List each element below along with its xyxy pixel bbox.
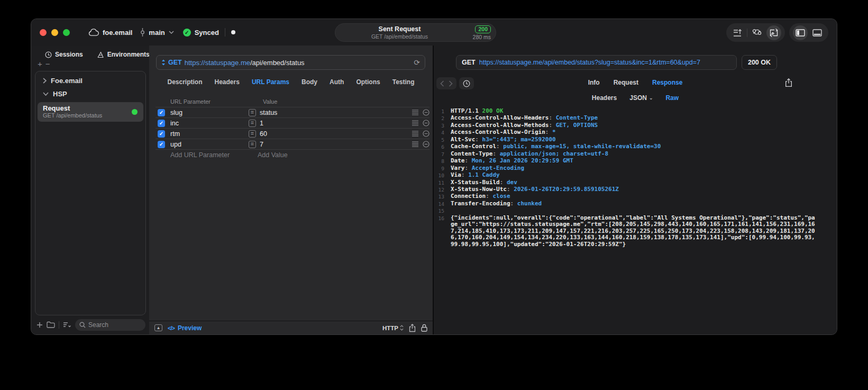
- remove-row-icon[interactable]: [423, 120, 430, 126]
- tab-testing[interactable]: Testing: [392, 78, 415, 86]
- share-icon[interactable]: [409, 324, 416, 332]
- param-value[interactable]: 1: [260, 120, 408, 127]
- tab-url-params[interactable]: URL Params: [252, 78, 289, 86]
- request-method[interactable]: GET: [168, 59, 182, 66]
- request-status-dot: [132, 109, 138, 115]
- param-value[interactable]: status: [260, 109, 408, 116]
- zoom-window-button[interactable]: [63, 29, 70, 36]
- protocol-selector[interactable]: HTTP: [382, 325, 404, 331]
- param-name[interactable]: inc: [170, 120, 249, 127]
- search-field[interactable]: [75, 319, 145, 331]
- import-export-button[interactable]: [766, 25, 781, 40]
- tab-sessions[interactable]: Sessions: [45, 51, 83, 58]
- expand-panel-icon[interactable]: ▲: [154, 324, 162, 331]
- tab-request[interactable]: Request: [614, 79, 638, 86]
- header-line: 5Alt-Svc: h3=":443"; ma=2592000: [434, 137, 837, 143]
- param-name[interactable]: slug: [170, 109, 249, 116]
- add-param-row[interactable]: Add URL Parameter Add Value: [156, 149, 430, 160]
- tab-headers[interactable]: Headers: [215, 78, 240, 86]
- url-host: https://statuspage.me: [185, 59, 250, 67]
- tab-body[interactable]: Body: [301, 78, 317, 86]
- tree-item-label: HSP: [53, 90, 67, 98]
- header-value: GET, OPTIONS: [556, 122, 598, 129]
- subtab-raw[interactable]: Raw: [665, 94, 679, 102]
- checkbox-slug[interactable]: ✓: [158, 109, 165, 116]
- new-folder-icon[interactable]: [47, 321, 55, 328]
- remove-row-icon[interactable]: [423, 109, 430, 116]
- json-body-line: 16{"incidents":null,"overall":{"code":"o…: [434, 215, 837, 248]
- tab-options[interactable]: Options: [356, 78, 380, 86]
- export-button[interactable]: [785, 78, 792, 87]
- close-window-button[interactable]: [40, 29, 47, 36]
- workspace-name[interactable]: foe.email: [103, 29, 132, 37]
- tree-item-foe-email[interactable]: Foe.email: [35, 71, 145, 85]
- forward-icon[interactable]: [449, 80, 453, 87]
- subtab-json[interactable]: JSON⌄: [629, 94, 653, 102]
- chevron-right-icon: [43, 78, 47, 84]
- resend-icon[interactable]: ⟳: [414, 58, 420, 67]
- header-line-text: Access-Control-Allow-Origin: *: [451, 129, 556, 136]
- header-colon: :: [465, 165, 472, 171]
- header-key: Content-Type: [451, 150, 492, 157]
- subtab-headers[interactable]: Headers: [592, 94, 617, 102]
- request-url[interactable]: https://statuspage.me/api/embed/status: [185, 59, 412, 67]
- request-list-item[interactable]: Request GET /api/embed/status: [38, 102, 143, 122]
- param-row-upd[interactable]: ✓upd=7: [156, 139, 430, 149]
- remove-row-icon[interactable]: [423, 130, 430, 137]
- drag-handle-icon[interactable]: [412, 120, 418, 126]
- minimize-window-button[interactable]: [51, 29, 58, 36]
- compare-button[interactable]: [750, 25, 764, 40]
- param-value[interactable]: 60: [260, 130, 408, 138]
- column-url-parameter: URL Parameter: [170, 98, 254, 105]
- preview-button[interactable]: </> Preview: [168, 324, 202, 332]
- drag-handle-icon[interactable]: [412, 141, 418, 147]
- sort-filter-icon[interactable]: [63, 322, 71, 328]
- drag-handle-icon[interactable]: [412, 110, 418, 115]
- param-name[interactable]: upd: [170, 141, 249, 148]
- param-row-inc[interactable]: ✓inc=1: [156, 117, 430, 128]
- status-dot-icon: [231, 30, 235, 34]
- drag-handle-icon[interactable]: [412, 131, 418, 137]
- branch-name[interactable]: main: [149, 29, 165, 37]
- history-nav-group: [436, 77, 456, 89]
- response-url-bar[interactable]: GET https://statuspage.me/api/embed/stat…: [456, 55, 737, 70]
- tree-item-hsp[interactable]: HSP: [35, 85, 145, 98]
- request-editor-footer: ▲ </> Preview HTTP: [149, 321, 433, 334]
- param-row-rtm[interactable]: ✓rtm=60: [156, 128, 430, 139]
- panel-left-icon: [796, 29, 805, 37]
- checkbox-rtm[interactable]: ✓: [158, 130, 165, 138]
- sync-status[interactable]: Synced: [195, 29, 219, 37]
- toggle-sidebar-button[interactable]: [793, 25, 808, 40]
- add-session-button[interactable]: +: [38, 59, 45, 68]
- checkbox-inc[interactable]: ✓: [158, 120, 165, 127]
- tab-info[interactable]: Info: [588, 79, 600, 86]
- add-param-placeholder[interactable]: Add URL Parameter: [170, 151, 258, 159]
- tab-auth[interactable]: Auth: [330, 78, 344, 86]
- request-status-capsule[interactable]: Sent Request GET /api/embed/status 200 2…: [335, 23, 496, 42]
- request-order-button[interactable]: [730, 25, 745, 40]
- search-input[interactable]: [88, 321, 141, 329]
- header-line: 3Access-Control-Allow-Methods: GET, OPTI…: [434, 122, 837, 129]
- chevron-down-icon[interactable]: [169, 31, 174, 34]
- history-button[interactable]: [459, 77, 474, 89]
- response-body[interactable]: 1HTTP/1.1 200 OK2Access-Control-Allow-He…: [434, 108, 837, 334]
- add-value-placeholder[interactable]: Add Value: [258, 151, 288, 159]
- param-row-slug[interactable]: ✓slug=status: [156, 107, 430, 117]
- protocol-label: HTTP: [382, 325, 398, 331]
- checkbox-upd[interactable]: ✓: [158, 141, 165, 148]
- add-request-button[interactable]: [36, 322, 43, 328]
- toggle-bottom-panel-button[interactable]: [810, 25, 825, 40]
- remove-session-button[interactable]: −: [45, 59, 53, 68]
- param-value[interactable]: 7: [260, 141, 408, 148]
- back-icon[interactable]: [440, 80, 444, 87]
- remove-row-icon[interactable]: [423, 141, 430, 148]
- lock-icon[interactable]: [421, 324, 427, 332]
- header-line: 13Connection: close: [434, 193, 837, 200]
- cloud-icon: [88, 29, 99, 37]
- tab-response[interactable]: Response: [652, 79, 682, 86]
- method-dropdown-icon[interactable]: [161, 59, 166, 66]
- param-name[interactable]: rtm: [170, 130, 249, 138]
- request-url-bar[interactable]: GET https://statuspage.me/api/embed/stat…: [156, 55, 425, 70]
- tab-description[interactable]: Description: [168, 78, 203, 86]
- tab-environments[interactable]: Environments: [97, 51, 150, 58]
